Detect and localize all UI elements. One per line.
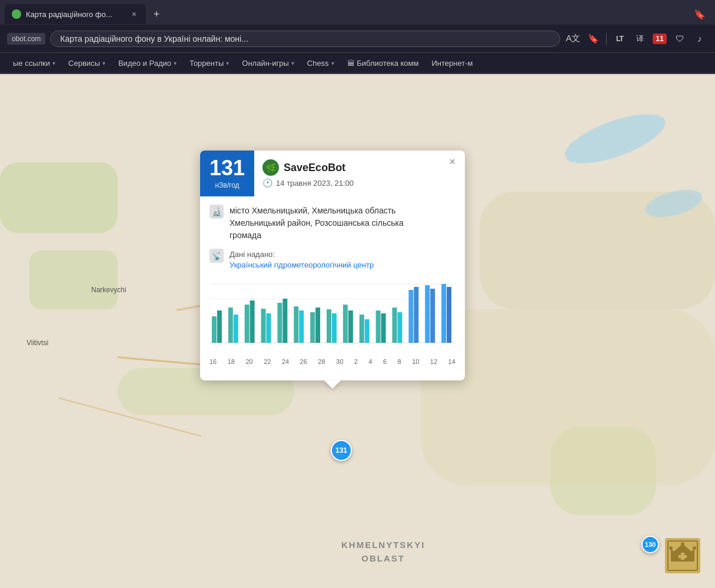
popup-value: 131	[209, 158, 245, 179]
svg-rect-12	[267, 313, 271, 343]
new-tab-button[interactable]: +	[148, 6, 165, 22]
svg-rect-23	[360, 315, 364, 343]
svg-rect-24	[365, 319, 370, 343]
svg-rect-15	[294, 306, 298, 343]
chevron-icon: ▾	[102, 60, 105, 66]
chart-x-labels: 16 18 20 22 24 26 28 30 2 4 6 8 10 12 14	[209, 357, 455, 365]
info-popup: 131 нЗв/год 🌿 SaveEcoBot 🕐 14 травня 202…	[200, 151, 465, 380]
svg-rect-20	[332, 313, 337, 343]
svg-rect-19	[327, 309, 331, 343]
svg-rect-8	[234, 315, 238, 343]
terrain-field-2	[421, 309, 715, 486]
popup-close-button[interactable]: ×	[445, 155, 459, 168]
nav-item-servisy[interactable]: Сервисы ▾	[62, 56, 111, 70]
popup-unit: нЗв/год	[215, 181, 239, 189]
extension-badge-icon[interactable]: 11	[651, 31, 668, 47]
svg-rect-7	[228, 308, 233, 343]
popup-triangle	[324, 380, 341, 389]
data-source-icon: 📡	[209, 249, 224, 263]
map-marker-130-right[interactable]: 130	[641, 536, 659, 553]
svg-rect-6	[217, 310, 222, 343]
nav-item-internet[interactable]: Интернет-м	[425, 56, 478, 70]
address-input[interactable]	[50, 31, 560, 47]
music-icon[interactable]: ♪	[691, 31, 708, 47]
popup-timestamp: 🕐 14 травня 2023, 21:00	[262, 178, 457, 188]
nav-item-torrenty[interactable]: Торренты ▾	[184, 56, 235, 70]
bookmark-icon[interactable]: 🔖	[585, 31, 601, 47]
chart-container: 16 18 20 22 24 26 28 30 2 4 6 8 10 12 14	[209, 278, 455, 372]
tab-bar-bookmark-icon[interactable]: 🔖	[694, 9, 706, 20]
nav-item-video[interactable]: Видео и Радио ▾	[112, 56, 182, 70]
tab-close-button[interactable]: ×	[129, 8, 139, 20]
toolbar-icons: A文 🔖 LT 译 11 🛡 ♪	[565, 31, 708, 47]
svg-rect-34	[447, 287, 451, 343]
svg-rect-5	[212, 316, 217, 343]
svg-rect-11	[261, 309, 266, 343]
popup-value-box: 131 нЗв/год	[200, 151, 254, 196]
shield-icon[interactable]: 🛡	[671, 31, 688, 47]
site-badge: obot.com	[7, 33, 45, 45]
active-tab[interactable]: Карта радіаційного фо... ×	[5, 4, 146, 24]
place-label-narkevychi: Narkevychi	[91, 286, 126, 294]
popup-header: 131 нЗв/год 🌿 SaveEcoBot 🕐 14 травня 202…	[200, 151, 465, 196]
reader-mode-icon[interactable]: LT	[611, 31, 628, 47]
popup-logo-icon: 🌿	[262, 159, 279, 176]
tab-favicon	[12, 9, 21, 19]
nav-item-ssylki[interactable]: ые ссылки ▾	[7, 56, 61, 70]
svg-rect-18	[315, 308, 320, 343]
svg-rect-29	[408, 290, 413, 343]
svg-rect-25	[376, 310, 381, 343]
nav-item-chess[interactable]: Chess ▾	[301, 56, 340, 70]
svg-rect-22	[348, 310, 353, 343]
chevron-icon: ▾	[291, 60, 294, 66]
text-size-icon[interactable]: A文	[565, 31, 581, 47]
popup-body: 🔬 місто Хмельницький, Хмельницька област…	[200, 196, 465, 380]
svg-rect-31	[425, 285, 430, 343]
toolbar-divider-1	[606, 33, 607, 45]
chevron-icon: ▾	[331, 60, 334, 66]
map-watermark	[662, 535, 703, 576]
terrain-forest-1	[0, 162, 118, 233]
browser-chrome: Карта радіаційного фо... × + 🔖 obot.com …	[0, 0, 715, 74]
place-label-viitivtsi: Viitivtsi	[26, 339, 48, 347]
tab-bar: Карта радіаційного фо... × + 🔖	[0, 0, 715, 25]
svg-rect-26	[381, 313, 386, 343]
translate-icon[interactable]: 译	[631, 31, 648, 47]
svg-rect-32	[430, 289, 435, 343]
svg-point-39	[681, 542, 684, 546]
svg-point-40	[693, 546, 696, 550]
terrain-forest-2	[29, 250, 118, 309]
bar-chart	[209, 278, 455, 355]
clock-icon: 🕐	[262, 178, 272, 188]
svg-rect-13	[277, 303, 282, 343]
popup-location: місто Хмельницький, Хмельницька область …	[230, 205, 404, 242]
nav-item-biblioteka[interactable]: 🏛 Библиотека комм	[341, 56, 425, 70]
address-bar: obot.com A文 🔖 LT 译 11 🛡 ♪	[0, 25, 715, 53]
svg-rect-27	[393, 308, 397, 343]
sensor-icon: 🔬	[209, 205, 224, 219]
popup-site-name: SaveEcoBot	[284, 162, 345, 174]
popup-data-source-row: 📡 Дані надано: Український гідрометеорол…	[209, 249, 455, 270]
chevron-icon: ▾	[174, 60, 177, 66]
chevron-icon: ▾	[226, 60, 229, 66]
svg-rect-30	[414, 287, 418, 343]
svg-rect-14	[282, 299, 287, 343]
svg-rect-28	[397, 312, 402, 343]
svg-rect-17	[310, 312, 315, 343]
tab-title: Карта радіаційного фо...	[26, 10, 125, 19]
svg-rect-42	[679, 555, 687, 558]
svg-rect-16	[299, 310, 304, 343]
nav-item-online-games[interactable]: Онлайн-игры ▾	[236, 56, 300, 70]
svg-rect-21	[343, 305, 348, 343]
svg-rect-33	[441, 284, 446, 343]
popup-data-label: Дані надано:	[230, 250, 275, 259]
svg-rect-10	[250, 300, 255, 343]
map-area[interactable]: Narkevychi Viitivtsi KHMELNYTSKYIOBLAST …	[0, 74, 715, 588]
popup-title-area: 🌿 SaveEcoBot 🕐 14 травня 2023, 21:00	[254, 151, 465, 196]
popup-data-source-link[interactable]: Український гідрометеорологічний центр	[230, 260, 374, 269]
svg-rect-9	[245, 305, 250, 343]
chevron-icon: ▾	[52, 60, 55, 66]
map-marker-131-main[interactable]: 131	[331, 440, 352, 461]
popup-location-row: 🔬 місто Хмельницький, Хмельницька област…	[209, 205, 455, 242]
svg-point-38	[669, 546, 673, 550]
